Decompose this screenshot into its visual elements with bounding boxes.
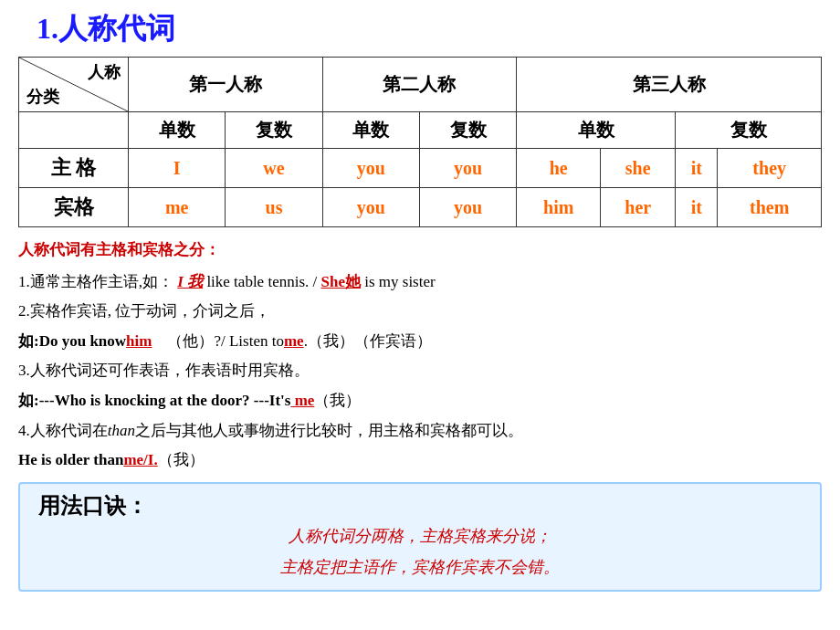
- rule-2: 2.宾格作宾语, 位于动词，介词之后，: [18, 298, 822, 326]
- object-it: it: [676, 188, 718, 227]
- subject-case-label: 主 格: [19, 149, 129, 188]
- rule-2b: 如:Do you knowhim （他）?/ Listen tome.（我）（作…: [18, 328, 822, 356]
- rule-3b-end: （我）: [314, 392, 361, 409]
- subject-we: we: [226, 149, 322, 188]
- first-person-header: 第一人称: [129, 58, 323, 112]
- rule-4b: He is older thanme/I.（我）: [18, 446, 822, 475]
- subject-you-s: you: [322, 149, 419, 188]
- object-him: him: [517, 188, 601, 227]
- subject-he: he: [517, 149, 601, 188]
- third-person-header: 第三人称: [517, 58, 822, 112]
- person-label: 人称: [88, 61, 121, 83]
- rule-1-highlight2: She她: [320, 273, 360, 290]
- rule-3b: 如:---Who is knocking at the door? ---It'…: [18, 387, 822, 415]
- object-us: us: [226, 188, 322, 227]
- second-person-header: 第二人称: [322, 58, 517, 112]
- page-title: 1.人称代词: [37, 9, 822, 49]
- rule-2b-prefix: 如:Do you know: [18, 332, 126, 350]
- empty-cell: [19, 112, 129, 149]
- subject-she: she: [601, 149, 676, 188]
- object-you-s: you: [322, 188, 419, 227]
- rule-3-text: 3.人称代词还可作表语，作表语时用宾格。: [18, 362, 310, 379]
- object-me: me: [129, 188, 226, 227]
- content-section: 人称代词有主格和宾格之分： 1.通常主格作主语,如： I 我 like tabl…: [18, 236, 822, 475]
- rule-1: 1.通常主格作主语,如： I 我 like table tennis. / Sh…: [18, 268, 822, 297]
- rule-1-highlight1: I 我: [177, 273, 203, 290]
- footer-title: 用法口诀：: [38, 494, 148, 518]
- rule-1-end: is my sister: [364, 273, 435, 290]
- footer-line-2: 主格定把主语作，宾格作宾表不会错。: [38, 551, 802, 583]
- category-label: 分类: [26, 86, 59, 108]
- object-her: her: [601, 188, 676, 227]
- footer-text: 人称代词分两格，主格宾格来分说； 主格定把主语作，宾格作宾表不会错。: [38, 520, 802, 583]
- rule-4b-end: （我）: [158, 451, 205, 468]
- pronoun-table: 人称 分类 第一人称 第二人称 第三人称 单数 复数 单数 复数 单数 复数 主…: [18, 57, 822, 227]
- rule-4b-prefix: He is older than: [18, 451, 123, 468]
- third-singular: 单数: [517, 112, 676, 149]
- object-case-label: 宾格: [19, 188, 129, 227]
- subject-you-p: you: [419, 149, 516, 188]
- rule-2b-me: me: [284, 332, 304, 350]
- first-singular: 单数: [129, 112, 226, 149]
- rule-2-text: 2.宾格作宾语, 位于动词，介词之后，: [18, 302, 270, 320]
- subject-I: I: [129, 149, 226, 188]
- rule-1-num: 1.通常主格作主语,如：: [18, 273, 173, 290]
- rule-2b-mid: （他）?/ Listen to: [152, 332, 283, 350]
- rule-2b-him: him: [126, 332, 152, 350]
- rule-1-mid: like table tennis. /: [206, 273, 317, 290]
- subject-it-s: it: [676, 149, 718, 188]
- object-them: them: [718, 188, 822, 227]
- diagonal-header: 人称 分类: [19, 58, 129, 112]
- first-plural: 复数: [226, 112, 322, 149]
- third-plural: 复数: [676, 112, 822, 149]
- rule-3: 3.人称代词还可作表语，作表语时用宾格。: [18, 357, 822, 385]
- rule-3b-me: me: [290, 392, 314, 409]
- rule-4: 4.人称代词在than之后与其他人或事物进行比较时，用主格和宾格都可以。: [18, 417, 822, 446]
- rule-2b-end: .（我）（作宾语）: [304, 332, 432, 350]
- subject-they: they: [718, 149, 822, 188]
- section-heading: 人称代词有主格和宾格之分：: [18, 236, 822, 265]
- rule-4-text: 4.人称代词在than之后与其他人或事物进行比较时，用主格和宾格都可以。: [18, 422, 523, 439]
- object-you-p: you: [419, 188, 516, 227]
- second-singular: 单数: [322, 112, 419, 149]
- footer-line-1: 人称代词分两格，主格宾格来分说；: [38, 520, 802, 551]
- rule-3b-prefix: 如:---Who is knocking at the door? ---It'…: [18, 392, 290, 409]
- footer-section: 用法口诀： 人称代词分两格，主格宾格来分说； 主格定把主语作，宾格作宾表不会错。: [18, 482, 822, 592]
- second-plural: 复数: [419, 112, 516, 149]
- rule-4b-mei: me/I.: [123, 451, 157, 468]
